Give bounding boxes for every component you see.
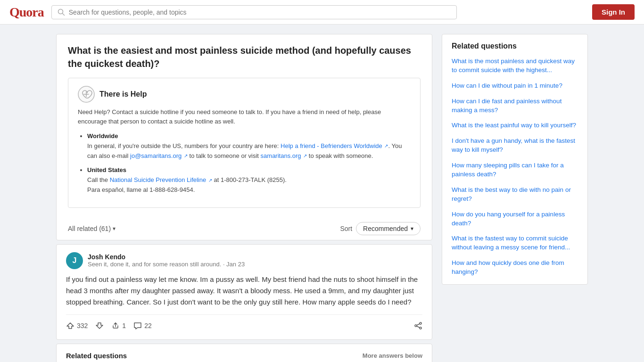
svg-line-9 <box>417 324 420 325</box>
search-icon <box>58 8 65 16</box>
heart-help-icon <box>78 86 95 103</box>
author-name[interactable]: Josh Kendo <box>88 253 245 261</box>
befrienders-link[interactable]: Help a friend - Befrienders Worldwide ↗ <box>281 142 388 149</box>
question-title: What is the easiest and most painless su… <box>68 44 421 70</box>
sidebar-link-6[interactable]: What is the best way to die with no pain… <box>452 186 578 204</box>
sidebar: Related questions What is the most painl… <box>442 34 588 362</box>
header: Quora Sign In <box>0 0 644 25</box>
search-input[interactable] <box>69 8 451 16</box>
help-title: There is Help <box>99 90 147 99</box>
answer-actions: 332 1 <box>66 314 422 332</box>
samaritans-link[interactable]: samaritans.org ↗ <box>261 152 307 159</box>
sidebar-link-1[interactable]: How can I die without pain in 1 minute? <box>452 82 578 90</box>
answer-author-row: J Josh Kendo Seen it, done it, and for s… <box>66 252 422 269</box>
upvote-count: 332 <box>77 322 88 329</box>
sidebar-link-5[interactable]: How many sleeping pills can I take for a… <box>452 161 578 179</box>
sidebar-link-7[interactable]: How do you hang yourself for a painless … <box>452 210 578 228</box>
related-inline-title-row: Related questions More answers below <box>66 352 422 360</box>
avatar: J <box>66 252 83 269</box>
sidebar-link-9[interactable]: How and how quickly does one die from ha… <box>452 259 578 277</box>
sidebar-link-0[interactable]: What is the most painless and quickest w… <box>452 57 578 75</box>
related-inline-heading: Related questions <box>66 352 127 360</box>
help-header: There is Help <box>78 86 411 103</box>
sort-label: Sort <box>340 225 352 232</box>
nspl-link[interactable]: National Suicide Prevention Lifeline ↗ <box>110 176 212 183</box>
help-description: Need Help? Contact a suicide hotline if … <box>78 107 411 126</box>
share-count: 1 <box>122 322 126 329</box>
svg-point-6 <box>420 322 421 324</box>
related-questions-inline-card: Related questions More answers below Wha… <box>56 344 432 362</box>
downvote-button[interactable] <box>95 320 104 332</box>
help-box: There is Help Need Help? Contact a suici… <box>68 78 421 208</box>
svg-point-8 <box>420 327 421 329</box>
sidebar-link-4[interactable]: I don't have a gun handy, what is the fa… <box>452 137 578 155</box>
answer-text: If you find out a painless way let me kn… <box>66 274 422 308</box>
share-icon <box>414 321 422 330</box>
svg-line-10 <box>417 326 420 328</box>
comment-count: 22 <box>144 322 152 329</box>
chevron-down-icon: ▾ <box>113 225 116 232</box>
all-related-label: All related (61) <box>68 225 111 232</box>
sort-option-recommended: Recommended <box>363 225 408 232</box>
comment-button[interactable]: 22 <box>133 320 152 332</box>
reshare-button[interactable]: 1 <box>111 320 126 332</box>
chevron-down-icon: ▾ <box>411 225 413 232</box>
comment-icon <box>133 321 142 330</box>
downvote-icon <box>95 321 104 330</box>
main-column: What is the easiest and most painless su… <box>56 34 432 362</box>
sidebar-link-2[interactable]: How can I die fast and painless without … <box>452 97 578 115</box>
answer-meta: Seen it, done it, and for some reason st… <box>88 261 245 268</box>
search-bar[interactable] <box>51 5 457 19</box>
samaritans-email-link[interactable]: jo@samaritans.org ↗ <box>130 152 188 159</box>
answer-card: J Josh Kendo Seen it, done it, and for s… <box>56 244 432 340</box>
sign-in-button[interactable]: Sign In <box>592 4 635 20</box>
all-related-toggle[interactable]: All related (61) ▾ <box>68 225 116 232</box>
reshare-icon <box>111 321 120 330</box>
help-list-item-us: United States Call the National Suicide … <box>87 165 411 195</box>
upvote-icon <box>66 321 74 330</box>
svg-line-1 <box>62 13 64 15</box>
sort-dropdown[interactable]: Recommended ▾ <box>356 222 421 235</box>
svg-point-7 <box>415 325 417 327</box>
page-content: What is the easiest and most painless su… <box>49 25 595 362</box>
sort-bar: All related (61) ▾ Sort Recommended ▾ <box>68 217 421 240</box>
author-info: Josh Kendo Seen it, done it, and for som… <box>88 253 245 268</box>
quora-logo: Quora <box>9 5 44 20</box>
sidebar-card: Related questions What is the most painl… <box>442 34 588 285</box>
more-answers-label: More answers below <box>363 352 422 359</box>
sidebar-link-3[interactable]: What is the least painful way to kill yo… <box>452 121 578 130</box>
sidebar-links-container: What is the most painless and quickest w… <box>452 57 578 277</box>
help-list: Worldwide In general, if you're outside … <box>78 132 411 195</box>
share-button[interactable] <box>414 320 422 332</box>
question-card: What is the easiest and most painless su… <box>56 34 432 240</box>
upvote-button[interactable]: 332 <box>66 320 88 332</box>
sidebar-title: Related questions <box>452 42 578 50</box>
sort-control: Sort Recommended ▾ <box>340 222 421 235</box>
help-list-item-worldwide: Worldwide In general, if you're outside … <box>87 132 411 161</box>
sidebar-link-8[interactable]: What is the fastest way to commit suicid… <box>452 234 578 252</box>
